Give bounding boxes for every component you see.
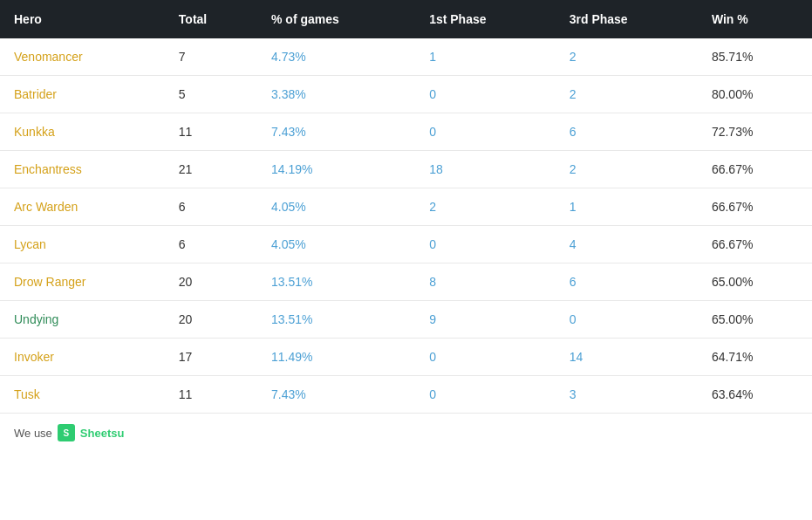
col-header-total: Total: [165, 0, 257, 38]
first-phase-cell: 1: [415, 38, 556, 76]
pct-games-cell: 13.51%: [257, 263, 415, 301]
hero-cell: Invoker: [0, 339, 165, 376]
first-phase-cell: 0: [415, 226, 556, 263]
win-pct-cell: 80.00%: [698, 76, 812, 113]
third-phase-cell: 6: [556, 113, 698, 151]
hero-cell: Venomancer: [0, 38, 165, 76]
total-cell: 5: [165, 76, 257, 113]
total-cell: 21: [165, 151, 257, 188]
table-row: Batrider 5 3.38% 0 2 80.00%: [0, 76, 812, 113]
hero-name: Batrider: [14, 87, 57, 101]
third-phase-cell: 1: [556, 188, 698, 226]
win-pct-cell: 66.67%: [698, 151, 812, 188]
table-row: Arc Warden 6 4.05% 2 1 66.67%: [0, 188, 812, 226]
first-phase-cell: 0: [415, 113, 556, 151]
win-pct-cell: 72.73%: [698, 113, 812, 151]
col-header-3rd-phase: 3rd Phase: [556, 0, 698, 38]
first-phase-cell: 9: [415, 301, 556, 339]
hero-cell: Undying: [0, 301, 165, 339]
pct-games-cell: 4.05%: [257, 226, 415, 263]
footer: We use S Sheetsu: [0, 414, 812, 452]
col-header-win-pct: Win %: [698, 0, 812, 38]
hero-cell: Drow Ranger: [0, 263, 165, 301]
col-header-hero: Hero: [0, 0, 165, 38]
win-pct-cell: 66.67%: [698, 226, 812, 263]
pct-games-cell: 14.19%: [257, 151, 415, 188]
win-pct-cell: 65.00%: [698, 263, 812, 301]
table-row: Lycan 6 4.05% 0 4 66.67%: [0, 226, 812, 263]
table-row: Kunkka 11 7.43% 0 6 72.73%: [0, 113, 812, 151]
first-phase-cell: 0: [415, 76, 556, 113]
pct-games-cell: 3.38%: [257, 76, 415, 113]
third-phase-cell: 4: [556, 226, 698, 263]
win-pct-cell: 64.71%: [698, 339, 812, 376]
table-row: Undying 20 13.51% 9 0 65.00%: [0, 301, 812, 339]
pct-games-cell: 7.43%: [257, 376, 415, 414]
hero-name: Arc Warden: [14, 200, 78, 214]
first-phase-cell: 2: [415, 188, 556, 226]
pct-games-cell: 13.51%: [257, 301, 415, 339]
footer-prefix: We use: [14, 427, 52, 440]
hero-cell: Arc Warden: [0, 188, 165, 226]
hero-cell: Kunkka: [0, 113, 165, 151]
first-phase-cell: 0: [415, 339, 556, 376]
third-phase-cell: 2: [556, 151, 698, 188]
pct-games-cell: 7.43%: [257, 113, 415, 151]
total-cell: 20: [165, 263, 257, 301]
total-cell: 7: [165, 38, 257, 76]
table-row: Tusk 11 7.43% 0 3 63.64%: [0, 376, 812, 414]
third-phase-cell: 0: [556, 301, 698, 339]
hero-stats-table: Hero Total % of games 1st Phase 3rd Phas…: [0, 0, 812, 414]
pct-games-cell: 4.73%: [257, 38, 415, 76]
table-row: Enchantress 21 14.19% 18 2 66.67%: [0, 151, 812, 188]
total-cell: 6: [165, 226, 257, 263]
hero-name: Tusk: [14, 387, 40, 401]
win-pct-cell: 66.67%: [698, 188, 812, 226]
win-pct-cell: 85.71%: [698, 38, 812, 76]
table-row: Drow Ranger 20 13.51% 8 6 65.00%: [0, 263, 812, 301]
hero-name: Undying: [14, 312, 58, 326]
total-cell: 11: [165, 113, 257, 151]
hero-name: Venomancer: [14, 50, 83, 64]
table-container: Hero Total % of games 1st Phase 3rd Phas…: [0, 0, 812, 520]
third-phase-cell: 14: [556, 339, 698, 376]
hero-name: Drow Ranger: [14, 275, 85, 289]
hero-name: Enchantress: [14, 162, 82, 176]
hero-name: Lycan: [14, 237, 46, 251]
pct-games-cell: 4.05%: [257, 188, 415, 226]
third-phase-cell: 2: [556, 76, 698, 113]
hero-name: Kunkka: [14, 125, 55, 139]
total-cell: 6: [165, 188, 257, 226]
pct-games-cell: 11.49%: [257, 339, 415, 376]
table-header-row: Hero Total % of games 1st Phase 3rd Phas…: [0, 0, 812, 38]
col-header-pct-games: % of games: [257, 0, 415, 38]
sheetsu-link[interactable]: Sheetsu: [80, 427, 125, 440]
table-row: Venomancer 7 4.73% 1 2 85.71%: [0, 38, 812, 76]
sheetsu-icon: S: [58, 424, 75, 441]
win-pct-cell: 65.00%: [698, 301, 812, 339]
first-phase-cell: 8: [415, 263, 556, 301]
total-cell: 11: [165, 376, 257, 414]
total-cell: 20: [165, 301, 257, 339]
win-pct-cell: 63.64%: [698, 376, 812, 414]
table-row: Invoker 17 11.49% 0 14 64.71%: [0, 339, 812, 376]
hero-name: Invoker: [14, 350, 54, 364]
hero-cell: Lycan: [0, 226, 165, 263]
hero-cell: Enchantress: [0, 151, 165, 188]
first-phase-cell: 18: [415, 151, 556, 188]
first-phase-cell: 0: [415, 376, 556, 414]
hero-cell: Batrider: [0, 76, 165, 113]
total-cell: 17: [165, 339, 257, 376]
col-header-1st-phase: 1st Phase: [415, 0, 556, 38]
third-phase-cell: 2: [556, 38, 698, 76]
third-phase-cell: 6: [556, 263, 698, 301]
hero-cell: Tusk: [0, 376, 165, 414]
third-phase-cell: 3: [556, 376, 698, 414]
